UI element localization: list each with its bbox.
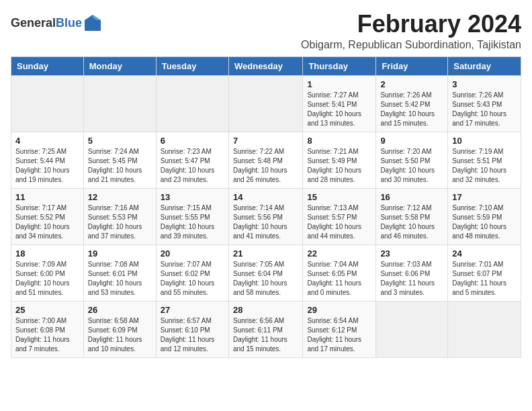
calendar-cell: 29Sunrise: 6:54 AM Sunset: 6:12 PM Dayli… (303, 301, 376, 357)
calendar-cell: 5Sunrise: 7:24 AM Sunset: 5:45 PM Daylig… (83, 132, 156, 188)
day-info: Sunrise: 7:13 AM Sunset: 5:57 PM Dayligh… (307, 203, 371, 241)
calendar-cell: 14Sunrise: 7:14 AM Sunset: 5:56 PM Dayli… (228, 188, 302, 244)
day-number: 4 (15, 136, 79, 146)
calendar-cell (83, 75, 156, 132)
day-info: Sunrise: 7:14 AM Sunset: 5:56 PM Dayligh… (233, 203, 298, 241)
day-info: Sunrise: 7:25 AM Sunset: 5:44 PM Dayligh… (15, 147, 79, 185)
day-info: Sunrise: 7:01 AM Sunset: 6:07 PM Dayligh… (452, 260, 517, 298)
calendar-cell: 27Sunrise: 6:57 AM Sunset: 6:10 PM Dayli… (156, 301, 228, 357)
calendar-cell: 23Sunrise: 7:03 AM Sunset: 6:06 PM Dayli… (376, 244, 448, 301)
day-number: 13 (161, 192, 224, 202)
calendar-cell: 6Sunrise: 7:23 AM Sunset: 5:47 PM Daylig… (156, 132, 228, 188)
day-number: 8 (307, 136, 371, 146)
day-number: 28 (233, 305, 298, 315)
day-number: 16 (380, 192, 443, 202)
calendar-table: SundayMondayTuesdayWednesdayThursdayFrid… (11, 56, 521, 358)
day-number: 21 (233, 248, 298, 259)
day-number: 24 (452, 248, 517, 259)
day-number: 10 (452, 136, 517, 146)
calendar-cell: 3Sunrise: 7:26 AM Sunset: 5:43 PM Daylig… (448, 75, 521, 132)
calendar-cell: 25Sunrise: 7:00 AM Sunset: 6:08 PM Dayli… (11, 301, 84, 357)
calendar-cell: 2Sunrise: 7:26 AM Sunset: 5:42 PM Daylig… (376, 75, 448, 132)
calendar-cell: 4Sunrise: 7:25 AM Sunset: 5:44 PM Daylig… (11, 132, 84, 188)
day-number: 7 (233, 136, 298, 146)
day-number: 6 (161, 136, 224, 146)
day-info: Sunrise: 7:27 AM Sunset: 5:41 PM Dayligh… (307, 91, 371, 128)
week-row-1: 1Sunrise: 7:27 AM Sunset: 5:41 PM Daylig… (11, 75, 521, 132)
day-number: 11 (15, 192, 79, 202)
calendar-cell: 17Sunrise: 7:10 AM Sunset: 5:59 PM Dayli… (448, 188, 521, 244)
page-header: GeneralBlue February 2024 Obigarm, Repub… (11, 11, 521, 51)
day-info: Sunrise: 7:09 AM Sunset: 6:00 PM Dayligh… (15, 260, 79, 298)
calendar-cell: 11Sunrise: 7:17 AM Sunset: 5:52 PM Dayli… (11, 188, 84, 244)
weekday-header-friday: Friday (376, 56, 448, 75)
day-number: 5 (88, 136, 152, 146)
logo: GeneralBlue (11, 13, 102, 32)
day-info: Sunrise: 7:26 AM Sunset: 5:43 PM Dayligh… (452, 91, 517, 128)
calendar-cell: 8Sunrise: 7:21 AM Sunset: 5:49 PM Daylig… (303, 132, 376, 188)
day-info: Sunrise: 7:20 AM Sunset: 5:50 PM Dayligh… (380, 147, 443, 185)
weekday-header-monday: Monday (83, 56, 156, 75)
calendar-cell: 20Sunrise: 7:07 AM Sunset: 6:02 PM Dayli… (156, 244, 228, 301)
calendar-cell: 26Sunrise: 6:58 AM Sunset: 6:09 PM Dayli… (83, 301, 156, 357)
calendar-cell (448, 301, 521, 357)
day-number: 12 (88, 192, 152, 202)
day-info: Sunrise: 7:10 AM Sunset: 5:59 PM Dayligh… (452, 203, 517, 241)
day-number: 15 (307, 192, 371, 202)
day-info: Sunrise: 7:16 AM Sunset: 5:53 PM Dayligh… (88, 203, 152, 241)
day-number: 25 (15, 305, 79, 315)
week-row-2: 4Sunrise: 7:25 AM Sunset: 5:44 PM Daylig… (11, 132, 521, 188)
day-number: 3 (452, 79, 517, 89)
calendar-cell: 28Sunrise: 6:56 AM Sunset: 6:11 PM Dayli… (228, 301, 302, 357)
location-title: Obigarm, Republican Subordination, Tajik… (301, 39, 521, 51)
calendar-cell: 22Sunrise: 7:04 AM Sunset: 6:05 PM Dayli… (303, 244, 376, 301)
day-info: Sunrise: 7:17 AM Sunset: 5:52 PM Dayligh… (15, 203, 79, 241)
day-info: Sunrise: 7:12 AM Sunset: 5:58 PM Dayligh… (380, 203, 443, 241)
calendar-cell (156, 75, 228, 132)
month-title: February 2024 (301, 11, 521, 38)
weekday-header-sunday: Sunday (11, 56, 84, 75)
calendar-cell: 24Sunrise: 7:01 AM Sunset: 6:07 PM Dayli… (448, 244, 521, 301)
day-number: 23 (380, 248, 443, 259)
calendar-cell: 12Sunrise: 7:16 AM Sunset: 5:53 PM Dayli… (83, 188, 156, 244)
day-number: 20 (161, 248, 224, 259)
logo-general: General (11, 16, 56, 30)
logo-icon (83, 13, 102, 32)
day-number: 22 (307, 248, 371, 259)
day-info: Sunrise: 7:22 AM Sunset: 5:48 PM Dayligh… (233, 147, 298, 185)
week-row-3: 11Sunrise: 7:17 AM Sunset: 5:52 PM Dayli… (11, 188, 521, 244)
day-info: Sunrise: 7:05 AM Sunset: 6:04 PM Dayligh… (233, 260, 298, 298)
day-info: Sunrise: 7:08 AM Sunset: 6:01 PM Dayligh… (88, 260, 152, 298)
weekday-header-wednesday: Wednesday (228, 56, 302, 75)
weekday-header-thursday: Thursday (303, 56, 376, 75)
calendar-cell: 9Sunrise: 7:20 AM Sunset: 5:50 PM Daylig… (376, 132, 448, 188)
day-info: Sunrise: 7:03 AM Sunset: 6:06 PM Dayligh… (380, 260, 443, 298)
weekday-header-saturday: Saturday (448, 56, 521, 75)
calendar-cell (228, 75, 302, 132)
day-number: 1 (307, 79, 371, 89)
title-section: February 2024 Obigarm, Republican Subord… (301, 11, 521, 51)
day-info: Sunrise: 7:19 AM Sunset: 5:51 PM Dayligh… (452, 147, 517, 185)
calendar-cell: 15Sunrise: 7:13 AM Sunset: 5:57 PM Dayli… (303, 188, 376, 244)
logo-blue: Blue (56, 16, 82, 30)
weekday-header-row: SundayMondayTuesdayWednesdayThursdayFrid… (11, 56, 521, 75)
week-row-5: 25Sunrise: 7:00 AM Sunset: 6:08 PM Dayli… (11, 301, 521, 357)
week-row-4: 18Sunrise: 7:09 AM Sunset: 6:00 PM Dayli… (11, 244, 521, 301)
calendar-cell (11, 75, 84, 132)
day-number: 9 (380, 136, 443, 146)
day-number: 14 (233, 192, 298, 202)
calendar-cell: 1Sunrise: 7:27 AM Sunset: 5:41 PM Daylig… (303, 75, 376, 132)
day-number: 2 (380, 79, 443, 89)
calendar-cell: 13Sunrise: 7:15 AM Sunset: 5:55 PM Dayli… (156, 188, 228, 244)
calendar-cell: 19Sunrise: 7:08 AM Sunset: 6:01 PM Dayli… (83, 244, 156, 301)
calendar-cell: 18Sunrise: 7:09 AM Sunset: 6:00 PM Dayli… (11, 244, 84, 301)
calendar-cell: 21Sunrise: 7:05 AM Sunset: 6:04 PM Dayli… (228, 244, 302, 301)
day-number: 19 (88, 248, 152, 259)
day-info: Sunrise: 7:15 AM Sunset: 5:55 PM Dayligh… (161, 203, 224, 241)
day-info: Sunrise: 7:24 AM Sunset: 5:45 PM Dayligh… (88, 147, 152, 185)
weekday-header-tuesday: Tuesday (156, 56, 228, 75)
calendar-cell: 7Sunrise: 7:22 AM Sunset: 5:48 PM Daylig… (228, 132, 302, 188)
day-info: Sunrise: 7:04 AM Sunset: 6:05 PM Dayligh… (307, 260, 371, 298)
day-info: Sunrise: 7:00 AM Sunset: 6:08 PM Dayligh… (15, 316, 79, 354)
day-number: 29 (307, 305, 371, 315)
